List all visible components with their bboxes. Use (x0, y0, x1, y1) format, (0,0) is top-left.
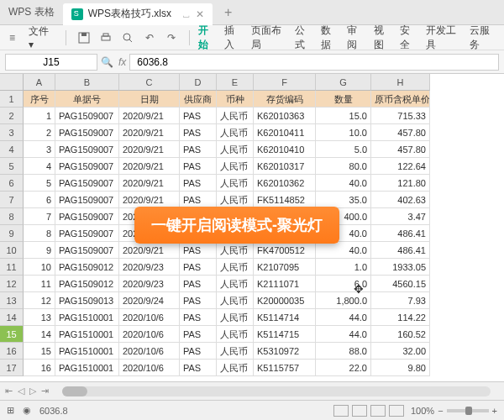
cell[interactable]: 122.64 (371, 158, 430, 175)
cell[interactable]: K62010362 (254, 175, 316, 192)
document-tab[interactable]: WPS表格技巧.xlsx ⎵ ✕ (63, 3, 213, 25)
col-header[interactable]: H (371, 74, 430, 91)
cell[interactable]: PAS (180, 276, 217, 292)
cell[interactable]: 9.80 (371, 360, 430, 376)
cell[interactable]: K62010411 (254, 124, 316, 141)
cell[interactable]: PAS (180, 192, 217, 208)
cell[interactable]: 32.00 (371, 343, 430, 360)
cell[interactable]: K62010363 (254, 108, 316, 124)
column-title[interactable]: 序号 (24, 91, 55, 108)
cell[interactable]: K2107095 (254, 259, 316, 276)
preview-icon[interactable] (118, 29, 137, 47)
next-sheet-icon[interactable]: ▷ (29, 386, 36, 396)
cell[interactable]: K5114715 (254, 326, 316, 343)
cell[interactable]: 人民币 (217, 141, 254, 158)
cell[interactable]: PAG1510001 (55, 309, 119, 326)
zoom-in-icon[interactable]: + (492, 406, 497, 416)
col-header[interactable]: C (119, 74, 180, 91)
cell[interactable]: PAG1509012 (55, 276, 119, 292)
new-tab-button[interactable]: + (219, 5, 237, 20)
cell[interactable]: 2020/9/21 (119, 158, 180, 175)
column-title[interactable]: 单据号 (55, 91, 119, 108)
scrollbar-thumb[interactable] (62, 386, 87, 396)
cell[interactable]: 3.47 (371, 208, 430, 225)
cell[interactable]: 16 (24, 360, 55, 376)
cell[interactable]: 7 (24, 208, 55, 225)
cell[interactable]: 2020/9/21 (119, 141, 180, 158)
cell[interactable]: 160.52 (371, 326, 430, 343)
row-header[interactable]: 4 (0, 141, 24, 158)
cell[interactable]: 15 (24, 343, 55, 360)
cell[interactable]: 2020/9/21 (119, 108, 180, 124)
cell[interactable]: 1933.05 (371, 259, 430, 276)
ribbon-tab-9[interactable]: 云服务 (466, 21, 500, 55)
file-menu[interactable]: 文件 ▾ (22, 22, 60, 53)
status-mode-icon[interactable]: ⊞ (7, 405, 14, 416)
cell[interactable]: 88.0 (316, 343, 371, 360)
cell[interactable]: PAG1509007 (55, 141, 119, 158)
cell[interactable]: 44.0 (316, 326, 371, 343)
cell[interactable]: PAS (180, 141, 217, 158)
cell[interactable]: PAG1509007 (55, 175, 119, 192)
cell[interactable]: 12 (24, 292, 55, 309)
cell[interactable]: PAS (180, 124, 217, 141)
col-header[interactable]: F (254, 74, 316, 91)
cell[interactable]: PAS (180, 158, 217, 175)
row-header[interactable]: 2 (0, 108, 24, 124)
formula-input[interactable] (129, 54, 499, 71)
cell[interactable]: 457.80 (371, 124, 430, 141)
cell[interactable]: 13 (24, 309, 55, 326)
cell[interactable]: 80.0 (316, 158, 371, 175)
reading-view-icon[interactable] (389, 405, 404, 417)
undo-icon[interactable]: ↶ (140, 29, 159, 47)
cell[interactable]: 40.0 (316, 242, 371, 259)
ribbon-tab-4[interactable]: 数据 (318, 21, 342, 55)
row-header[interactable]: 10 (0, 242, 24, 259)
row-header[interactable]: 8 (0, 208, 24, 225)
cell[interactable]: 4 (24, 158, 55, 175)
cell[interactable]: 人民币 (217, 175, 254, 192)
cell[interactable]: 人民币 (217, 276, 254, 292)
cell[interactable]: PAG1509007 (55, 124, 119, 141)
cell[interactable]: 5.0 (316, 141, 371, 158)
cell[interactable]: PAG1510001 (55, 343, 119, 360)
cell[interactable]: 人民币 (217, 124, 254, 141)
cell[interactable]: 2020/9/23 (119, 276, 180, 292)
zoom-slider[interactable] (447, 409, 489, 412)
col-header[interactable]: E (217, 74, 254, 91)
horizontal-scrollbar[interactable] (62, 386, 491, 396)
cell[interactable]: 2 (24, 124, 55, 141)
row-header[interactable]: 14 (0, 309, 24, 326)
cell[interactable]: 2020/10/6 (119, 326, 180, 343)
row-header[interactable]: 1 (0, 91, 24, 108)
cell[interactable]: 2020/10/6 (119, 360, 180, 376)
cell[interactable]: 2020/10/6 (119, 343, 180, 360)
cell[interactable]: 44.0 (316, 309, 371, 326)
name-box[interactable] (5, 54, 97, 71)
cell[interactable]: K62010317 (254, 158, 316, 175)
cell[interactable]: 22.0 (316, 360, 371, 376)
cell[interactable]: PAS (180, 292, 217, 309)
cell[interactable]: 人民币 (217, 326, 254, 343)
cell[interactable]: 8 (24, 225, 55, 242)
prev-sheet-icon[interactable]: ◁ (18, 386, 24, 396)
cell[interactable]: 人民币 (217, 242, 254, 259)
cell[interactable]: 486.41 (371, 242, 430, 259)
ribbon-tab-3[interactable]: 公式 (291, 21, 316, 55)
cell[interactable]: 人民币 (217, 108, 254, 124)
row-header[interactable]: 12 (0, 276, 24, 292)
search-icon[interactable]: 🔍 (101, 56, 113, 68)
cell[interactable]: 2020/10/6 (119, 309, 180, 326)
tab-menu-icon[interactable]: ⎵ (183, 8, 189, 20)
cell[interactable]: 5 (24, 175, 55, 192)
cell[interactable]: PAG1510001 (55, 360, 119, 376)
ribbon-tab-5[interactable]: 审阅 (344, 21, 368, 55)
cell[interactable]: 人民币 (217, 192, 254, 208)
cell[interactable]: 9 (24, 242, 55, 259)
print-icon[interactable] (97, 29, 115, 47)
cell[interactable]: 2020/9/21 (119, 242, 180, 259)
cell[interactable]: 2020/9/21 (119, 124, 180, 141)
cell[interactable]: PAG1509007 (55, 192, 119, 208)
tab-pin-icon[interactable]: ✕ (196, 8, 204, 20)
cell[interactable]: PAS (180, 360, 217, 376)
